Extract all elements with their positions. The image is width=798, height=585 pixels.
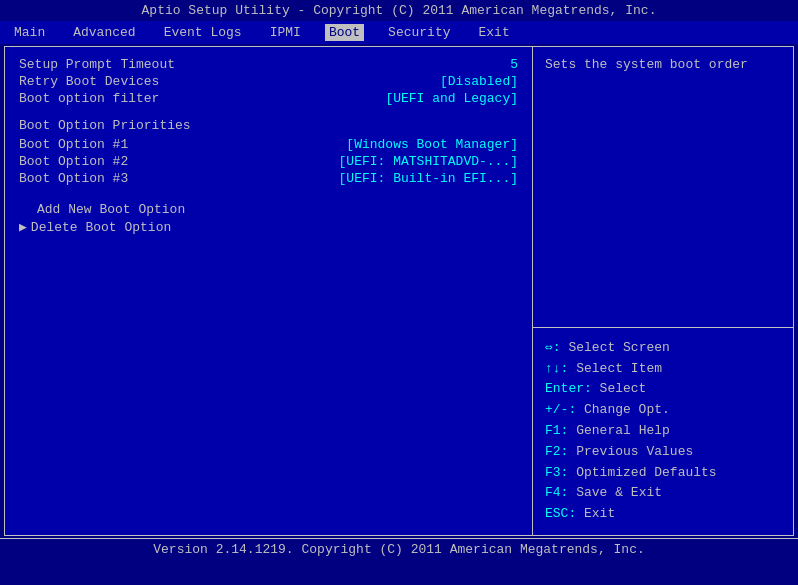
legend-desc: General Help [576, 423, 670, 438]
boot-option-label: Boot Option #1 [19, 137, 128, 152]
menu-item-ipmi[interactable]: IPMI [266, 24, 305, 41]
legend-key: F1: [545, 423, 576, 438]
legend-key: Enter: [545, 381, 600, 396]
legend-desc: Previous Values [576, 444, 693, 459]
submenu-arrow-icon: ▶ [19, 219, 27, 235]
legend-item: ESC: Exit [545, 504, 781, 525]
menu-row[interactable]: Retry Boot Devices[Disabled] [19, 74, 518, 89]
footer-text: Version 2.14.1219. Copyright (C) 2011 Am… [153, 542, 644, 557]
section-header: Boot Option Priorities [19, 118, 518, 133]
title-text: Aptio Setup Utility - Copyright (C) 2011… [142, 3, 657, 18]
legend-key: F3: [545, 465, 576, 480]
right-panel: Sets the system boot order ⇔: Select Scr… [533, 47, 793, 535]
sub-item[interactable]: ▶Delete Boot Option [19, 219, 518, 235]
legend-item: F1: General Help [545, 421, 781, 442]
legend-item: F4: Save & Exit [545, 483, 781, 504]
legend-desc: Change Opt. [584, 402, 670, 417]
menu-row[interactable]: Boot option filter[UEFI and Legacy] [19, 91, 518, 106]
boot-option-row[interactable]: Boot Option #1[Windows Boot Manager] [19, 137, 518, 152]
legend-desc: Exit [584, 506, 615, 521]
boot-option-value: [Windows Boot Manager] [346, 137, 518, 152]
legend: ⇔: Select Screen↑↓: Select ItemEnter: Se… [533, 328, 793, 535]
row-label: Setup Prompt Timeout [19, 57, 175, 72]
legend-key: +/-: [545, 402, 584, 417]
help-text: Sets the system boot order [533, 47, 793, 328]
legend-item: F2: Previous Values [545, 442, 781, 463]
legend-key: F2: [545, 444, 576, 459]
legend-item: Enter: Select [545, 379, 781, 400]
boot-option-value: [UEFI: MATSHITADVD-...] [339, 154, 518, 169]
sub-item-label: Delete Boot Option [31, 220, 171, 235]
legend-key: ⇔: [545, 340, 568, 355]
legend-desc: Optimized Defaults [576, 465, 716, 480]
legend-desc: Save & Exit [576, 485, 662, 500]
legend-item: ⇔: Select Screen [545, 338, 781, 359]
boot-option-row[interactable]: Boot Option #3[UEFI: Built-in EFI...] [19, 171, 518, 186]
row-value: [UEFI and Legacy] [385, 91, 518, 106]
menu-item-exit[interactable]: Exit [475, 24, 514, 41]
row-value: 5 [510, 57, 518, 72]
boot-option-row[interactable]: Boot Option #2[UEFI: MATSHITADVD-...] [19, 154, 518, 169]
legend-key: ESC: [545, 506, 584, 521]
row-label: Retry Boot Devices [19, 74, 159, 89]
legend-desc: Select Item [576, 361, 662, 376]
legend-item: F3: Optimized Defaults [545, 463, 781, 484]
legend-item: ↑↓: Select Item [545, 359, 781, 380]
row-label: Boot option filter [19, 91, 159, 106]
menu-item-security[interactable]: Security [384, 24, 454, 41]
left-panel: Setup Prompt Timeout5Retry Boot Devices[… [5, 47, 533, 535]
title-bar: Aptio Setup Utility - Copyright (C) 2011… [0, 0, 798, 21]
main-content: Setup Prompt Timeout5Retry Boot Devices[… [4, 46, 794, 536]
menu-item-boot[interactable]: Boot [325, 24, 364, 41]
sub-item[interactable]: Add New Boot Option [19, 202, 518, 217]
menu-row[interactable]: Setup Prompt Timeout5 [19, 57, 518, 72]
legend-desc: Select Screen [568, 340, 669, 355]
boot-option-value: [UEFI: Built-in EFI...] [339, 171, 518, 186]
sub-item-label: Add New Boot Option [37, 202, 185, 217]
boot-option-label: Boot Option #3 [19, 171, 128, 186]
legend-key: ↑↓: [545, 361, 576, 376]
legend-key: F4: [545, 485, 576, 500]
legend-desc: Select [600, 381, 647, 396]
legend-item: +/-: Change Opt. [545, 400, 781, 421]
menu-bar: MainAdvancedEvent LogsIPMIBootSecurityEx… [0, 21, 798, 44]
boot-option-label: Boot Option #2 [19, 154, 128, 169]
row-value: [Disabled] [440, 74, 518, 89]
menu-item-main[interactable]: Main [10, 24, 49, 41]
menu-item-event-logs[interactable]: Event Logs [160, 24, 246, 41]
footer: Version 2.14.1219. Copyright (C) 2011 Am… [0, 538, 798, 560]
menu-item-advanced[interactable]: Advanced [69, 24, 139, 41]
help-text-content: Sets the system boot order [545, 57, 748, 72]
